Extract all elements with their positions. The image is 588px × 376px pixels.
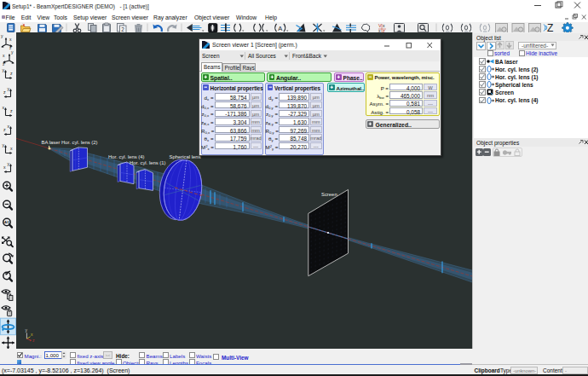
svg-text:z: z (10, 108, 13, 113)
svg-text:x: x (10, 146, 13, 151)
svg-text:BA laser: BA laser (42, 140, 61, 145)
svg-text:y: y (8, 86, 10, 91)
svg-text:A: A (278, 25, 282, 32)
svg-text:x: x (3, 165, 6, 170)
svg-text:x: x (8, 124, 10, 129)
svg-text:z: z (10, 71, 13, 76)
svg-text:x: x (3, 105, 5, 110)
svg-text:y: y (3, 142, 5, 148)
svg-text:Hor. cyl. lens (4): Hor. cyl. lens (4) (108, 154, 145, 159)
svg-text:x: x (9, 37, 12, 42)
svg-text:z: z (3, 90, 6, 95)
svg-text:z: z (3, 127, 6, 132)
svg-text:Spherical lens: Spherical lens (170, 154, 201, 159)
svg-text:y: y (1, 33, 3, 38)
svg-text:y: y (3, 67, 5, 72)
svg-text:2: 2 (121, 26, 124, 32)
svg-text:Hor. cyl. lens (2): Hor. cyl. lens (2) (61, 140, 98, 145)
svg-text:x: x (3, 53, 5, 58)
svg-text:y: y (11, 49, 14, 55)
svg-text:y: y (8, 161, 10, 166)
svg-text:All: All (4, 220, 9, 224)
svg-text:Hor. cyl. lens (1): Hor. cyl. lens (1) (130, 160, 166, 165)
svg-text:x: x (383, 23, 385, 28)
svg-text:Screen: Screen (321, 192, 337, 197)
